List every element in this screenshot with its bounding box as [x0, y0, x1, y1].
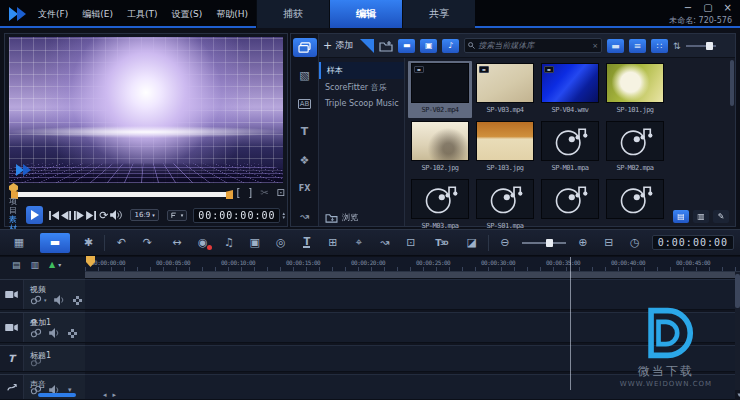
media-item[interactable]: ▬ SP-V02.mp4: [408, 61, 472, 118]
filter-fx-button[interactable]: FX: [293, 179, 317, 198]
play-button[interactable]: [26, 206, 43, 224]
storyboard-view-button[interactable]: ▦: [6, 233, 32, 253]
overlay-track-header[interactable]: 叠加1: [0, 312, 85, 343]
track-manager-button[interactable]: ▤: [12, 260, 21, 270]
media-item[interactable]: [538, 177, 602, 234]
record-capture-button[interactable]: ◉: [190, 233, 216, 253]
sort-button[interactable]: ⇅: [673, 41, 681, 51]
restore-button[interactable]: ▢: [703, 2, 712, 13]
undo-button[interactable]: ↶: [108, 233, 134, 253]
speaker-icon[interactable]: [54, 295, 66, 305]
library-edit-button[interactable]: ✎: [713, 210, 729, 223]
time-interval-button[interactable]: ◷: [622, 233, 648, 253]
reference-frame-button[interactable]: ⊡: [398, 233, 424, 253]
chroma-grid-icon[interactable]: [73, 296, 82, 305]
enlarge-preview-button[interactable]: ⊡: [277, 187, 285, 198]
media-item[interactable]: SP-M02.mpa: [603, 119, 667, 176]
details-view-button[interactable]: ∷: [651, 39, 668, 53]
project-mode-button[interactable]: 项目: [9, 197, 22, 215]
show-photos-filter-button[interactable]: ▣: [420, 39, 437, 53]
media-item[interactable]: ▬ SP-V03.mp4: [473, 61, 537, 118]
mix-tools-button[interactable]: ✱: [75, 233, 101, 253]
link-icon[interactable]: [30, 328, 42, 338]
zoom-slider-handle[interactable]: [546, 239, 553, 247]
track-list-button[interactable]: ▥: [31, 260, 40, 270]
add-folder-button[interactable]: +添加: [323, 39, 353, 52]
redo-button[interactable]: ↷: [134, 233, 160, 253]
media-item[interactable]: [603, 177, 667, 234]
mark-out-button[interactable]: ]: [248, 187, 252, 198]
menu-edit[interactable]: 编辑(E): [82, 8, 113, 21]
menu-file[interactable]: 文件(F): [38, 8, 68, 21]
media-item[interactable]: SP-S01.mpa: [473, 177, 537, 234]
split-screen-template-button[interactable]: ⊞: [320, 233, 346, 253]
close-button[interactable]: ×: [724, 2, 732, 13]
scroll-left-button[interactable]: ◂: [103, 391, 107, 399]
link-icon[interactable]: [30, 357, 42, 367]
motion-tracking-button[interactable]: ⌖: [346, 233, 372, 253]
preview-video[interactable]: [9, 37, 283, 183]
menu-tools[interactable]: 工具(T): [127, 8, 158, 21]
end-button[interactable]: [85, 207, 97, 223]
get-more-content-button[interactable]: ▤: [673, 210, 689, 223]
title-track-header[interactable]: T 标题1: [0, 345, 85, 372]
instant-project-button[interactable]: ▧: [293, 66, 317, 85]
zoom-in-button[interactable]: ⊕: [570, 233, 596, 253]
thumbnail-size-slider[interactable]: [686, 45, 716, 47]
pin-library-icon[interactable]: [360, 39, 374, 53]
media-item[interactable]: SP-103.jpg: [473, 119, 537, 176]
speed-button[interactable]: ◎: [268, 233, 294, 253]
tab-capture[interactable]: 捕获: [256, 0, 329, 28]
link-icon[interactable]: [30, 295, 42, 305]
search-input[interactable]: [478, 41, 589, 50]
3d-title-editor-button[interactable]: T3D: [428, 233, 454, 253]
graphic-category-button[interactable]: ❖: [293, 151, 317, 170]
fit-project-button[interactable]: ↔: [164, 233, 190, 253]
timecode-stepper[interactable]: ▴▾: [282, 211, 285, 219]
library-navigation-button[interactable]: ▥: [693, 210, 709, 223]
volume-button[interactable]: [110, 207, 122, 223]
home-button[interactable]: [48, 207, 60, 223]
transition-category-button[interactable]: AB: [293, 94, 317, 113]
browse-button[interactable]: 浏览: [319, 212, 404, 223]
painting-creator-button[interactable]: ▣: [242, 233, 268, 253]
link-caret-icon[interactable]: ▾: [44, 297, 47, 303]
timeline-vscroll[interactable]: ▾: [735, 272, 740, 390]
sound-mixer-button[interactable]: ♫: [216, 233, 242, 253]
timeline-seek-strip[interactable]: [85, 272, 740, 279]
motion-path-button[interactable]: ↝: [293, 207, 317, 226]
vscroll-thumb[interactable]: [735, 274, 740, 308]
chroma-grid-icon[interactable]: [68, 329, 77, 338]
video-track-header[interactable]: 视频 ▾: [0, 279, 85, 310]
media-item[interactable]: SP-101.jpg: [603, 61, 667, 118]
tab-share[interactable]: 共享: [402, 0, 475, 28]
media-item[interactable]: SP-102.jpg: [408, 119, 472, 176]
add-track-button[interactable]: ▲: [49, 260, 55, 269]
menu-settings[interactable]: 设置(S): [171, 8, 202, 21]
library-scrollbar[interactable]: [730, 60, 734, 106]
subtitle-editor-button[interactable]: T: [294, 233, 320, 253]
folder-triplescoop[interactable]: Triple Scoop Music: [319, 96, 404, 111]
scroll-right-button[interactable]: ▸: [113, 391, 117, 399]
zoom-out-button[interactable]: ⊖: [492, 233, 518, 253]
fit-timeline-button[interactable]: ⊟: [596, 233, 622, 253]
customize-motion-button[interactable]: ↝: [372, 233, 398, 253]
mask-creator-button[interactable]: ◪: [459, 233, 485, 253]
media-item[interactable]: SP-M03.mpa: [408, 177, 472, 234]
repeat-button[interactable]: ⟳: [98, 207, 110, 223]
thumbnail-view-button[interactable]: ▬: [607, 39, 624, 53]
menu-help[interactable]: 帮助(H): [216, 8, 248, 21]
mark-in-button[interactable]: [: [236, 187, 240, 198]
timeline-ruler[interactable]: 00:00:00:00 00:00:05:00 00:00:10:00 00:0…: [85, 257, 740, 272]
aspect-ratio-select[interactable]: 16:9▾: [130, 209, 158, 221]
minimize-button[interactable]: −: [684, 2, 692, 13]
clear-search-icon[interactable]: ×: [592, 42, 598, 50]
folder-scorefitter[interactable]: ScoreFitter 音乐: [319, 79, 404, 96]
media-item[interactable]: ▬ SP-V04.wmv: [538, 61, 602, 118]
preview-quality-select[interactable]: ▾: [167, 210, 188, 221]
folder-samples[interactable]: 样本: [319, 62, 404, 79]
tab-edit[interactable]: 编辑: [329, 0, 402, 28]
list-view-button[interactable]: ≡: [629, 39, 646, 53]
show-audio-filter-button[interactable]: ♪: [442, 39, 459, 53]
title-category-button[interactable]: T: [293, 122, 317, 141]
